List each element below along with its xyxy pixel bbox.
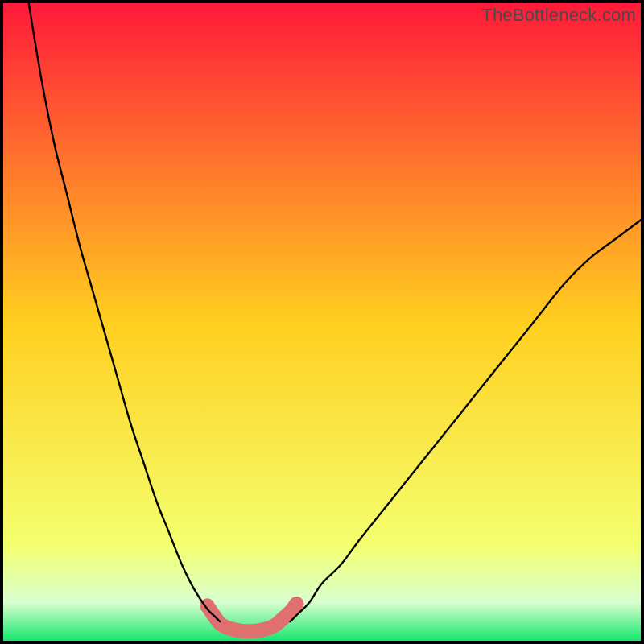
chart-stage: TheBottleneck.com	[0, 0, 644, 644]
trough-end-right	[289, 597, 303, 611]
watermark-text: TheBottleneck.com	[481, 5, 636, 26]
bottleneck-chart	[0, 0, 644, 644]
plot-area	[3, 3, 641, 641]
